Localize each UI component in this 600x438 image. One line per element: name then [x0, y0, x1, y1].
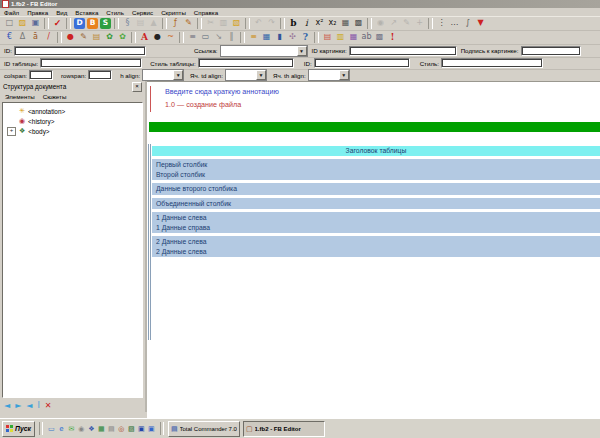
tree-item[interactable]: + ❖ <body> — [7, 126, 142, 136]
menu-item[interactable]: Вид — [52, 9, 71, 16]
hourglass-icon[interactable]: Ι — [37, 402, 39, 410]
wrench-icon[interactable]: ƒ — [169, 17, 182, 29]
version-text[interactable]: 1.0 — создание файла — [165, 100, 241, 109]
table-ab-icon[interactable]: ab — [360, 31, 373, 43]
close-icon[interactable]: × — [132, 82, 142, 92]
view-description-icon[interactable]: D — [74, 18, 85, 29]
ie-icon[interactable]: e — [57, 425, 66, 433]
nav-next-icon[interactable]: ► — [15, 402, 21, 410]
dropdown-arrow-icon[interactable]: ▼ — [173, 70, 183, 80]
table-add-col-icon[interactable]: ▥ — [334, 31, 347, 43]
subscript-icon[interactable]: x₂ — [326, 17, 339, 29]
toolbar-icon[interactable] — [66, 18, 71, 29]
table-row[interactable]: 2 Данные слева 2 Данные слева — [152, 236, 600, 257]
toolbar-icon[interactable] — [428, 18, 433, 29]
floppy-icon[interactable]: ▣ — [147, 425, 156, 433]
menu-item[interactable]: Вставка — [71, 9, 102, 16]
th-align-combo[interactable]: ▼ — [308, 69, 350, 81]
table-merge-icon[interactable]: ▦ — [347, 31, 360, 43]
brush-icon[interactable]: ✎ — [182, 17, 195, 29]
undo-icon[interactable]: ↶ — [252, 17, 265, 29]
toolbar-icon[interactable] — [179, 32, 184, 43]
nav-prev-icon[interactable]: ◄ — [26, 402, 32, 410]
toolbar-icon[interactable] — [314, 32, 319, 43]
panel-tab[interactable]: Сюжеты — [43, 93, 67, 100]
inline-image-icon[interactable]: ▦ — [339, 17, 352, 29]
colspan-input[interactable] — [29, 70, 53, 80]
menu-item[interactable]: Стиль — [102, 9, 128, 16]
columns-icon[interactable]: ‖ — [225, 31, 238, 43]
note-icon[interactable]: ▩ — [352, 17, 365, 29]
menu-item[interactable]: Правка — [23, 9, 52, 16]
superscript-icon[interactable]: x² — [313, 17, 326, 29]
toolbar-icon[interactable] — [44, 18, 49, 29]
cell-style-input[interactable] — [441, 58, 543, 68]
table-style-input[interactable] — [198, 58, 294, 68]
export-icon[interactable]: ▲ — [147, 17, 160, 29]
scripts-dropdown-icon[interactable]: ▼ — [474, 17, 487, 29]
toolbar-icon[interactable] — [162, 18, 167, 29]
bullet-icon[interactable]: ● — [151, 31, 164, 43]
toolbar-icon[interactable] — [131, 32, 136, 43]
panel-icon[interactable]: ▮ — [273, 31, 286, 43]
editor-pane[interactable]: Введите сюда краткую аннотацию 1.0 — соз… — [147, 81, 600, 419]
add-element-icon[interactable]: + — [413, 17, 426, 29]
print-icon[interactable]: ▤ — [134, 17, 147, 29]
copy-icon[interactable]: ▥ — [217, 17, 230, 29]
table-add-row-icon[interactable]: ▤ — [321, 31, 334, 43]
toolbar-icon[interactable] — [240, 32, 245, 43]
rowspan-input[interactable] — [88, 70, 112, 80]
more-icon[interactable]: ⋮ — [435, 17, 448, 29]
view-body-icon[interactable]: B — [87, 18, 98, 29]
insert-accent-icon[interactable]: ā — [29, 31, 42, 43]
toolbar-icon[interactable] — [367, 18, 372, 29]
table-delete-icon[interactable]: ! — [386, 31, 399, 43]
cut-icon[interactable]: ✂ — [204, 17, 217, 29]
table-row[interactable]: Данные второго столбика — [152, 183, 600, 195]
taskbar-task-button[interactable]: ▢ 1.fb2 - FB Editor — [243, 421, 325, 437]
remove-node-icon[interactable]: ✕ — [45, 402, 52, 410]
mail-icon[interactable]: ✉ — [67, 425, 76, 433]
view-source-icon[interactable]: S — [100, 18, 111, 29]
align-icon[interactable]: ≡ — [186, 31, 199, 43]
arrow-icon[interactable]: ↘ — [212, 31, 225, 43]
toolbar-icon[interactable] — [245, 18, 250, 29]
toolbar-icon[interactable] — [280, 18, 285, 29]
folder-icon[interactable]: ▨ — [127, 425, 136, 433]
validate-icon[interactable]: ✓ — [51, 17, 64, 29]
image-caption-input[interactable] — [521, 46, 581, 56]
table-id-input[interactable] — [40, 58, 142, 68]
menu-item[interactable]: Сервис — [128, 9, 157, 16]
redo-icon[interactable]: ↷ — [265, 17, 278, 29]
leaf-icon[interactable]: ✿ — [103, 31, 116, 43]
tree-item[interactable]: ◉ <history> — [7, 116, 142, 126]
flower-icon[interactable]: ✣ — [286, 31, 299, 43]
insert-symbol-icon[interactable]: € — [3, 31, 16, 43]
table-row[interactable]: Объединенный столбик — [152, 198, 600, 210]
graphics-icon[interactable]: ❖ — [87, 425, 96, 433]
italic-icon[interactable]: i — [300, 17, 313, 29]
menu-item[interactable]: Справка — [190, 9, 222, 16]
media-icon[interactable]: ◉ — [77, 425, 86, 433]
start-button[interactable]: Пуск — [2, 421, 35, 437]
table-row[interactable]: 1 Данные слева 1 Данные справа — [152, 212, 600, 233]
new-document-icon[interactable]: □ — [3, 17, 16, 29]
image-id-input[interactable] — [349, 46, 457, 56]
image-icon[interactable]: ▭ — [199, 31, 212, 43]
notes-icon[interactable]: ▣ — [137, 425, 146, 433]
menu-item[interactable]: Файл — [0, 9, 23, 16]
insert-emphasis-icon[interactable]: / — [42, 31, 55, 43]
toolbar-icon[interactable] — [197, 18, 202, 29]
document-icon[interactable]: ▤ — [107, 425, 116, 433]
ellipsis-icon[interactable]: … — [448, 17, 461, 29]
dropdown-arrow-icon[interactable]: ▼ — [339, 70, 349, 80]
edit-link-icon[interactable]: ✎ — [400, 17, 413, 29]
add-footnote-icon[interactable]: ◉ — [374, 17, 387, 29]
paste-icon[interactable]: ▧ — [230, 17, 243, 29]
id-input[interactable] — [14, 46, 146, 56]
save-icon[interactable]: ▣ — [29, 17, 42, 29]
td-align-combo[interactable]: ▼ — [225, 69, 267, 81]
hbars-icon[interactable]: ≡ — [247, 31, 260, 43]
excel-icon[interactable]: ▦ — [97, 425, 106, 433]
panel-tab[interactable]: Элементы — [5, 93, 35, 100]
